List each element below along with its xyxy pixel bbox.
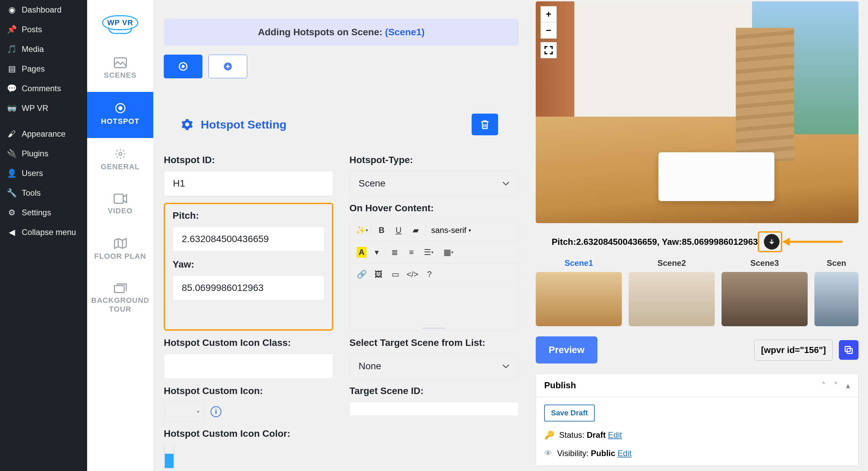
trash-icon [479,119,490,130]
copy-icon [844,345,853,355]
chevron-down-icon [502,181,510,186]
publish-metabox: Publish ˄ ˅ ▴ Save Draft 🔑 Status: Draft… [536,374,859,466]
tab-video[interactable]: VIDEO [87,183,153,228]
tab-scenes[interactable]: SCENES [87,47,153,92]
field-target-scene-list: Select Target Scene from List: None [350,337,519,379]
zoom-out-button[interactable]: − [540,22,557,39]
scene-thumb-3[interactable]: Scene3 [722,258,808,326]
menu-collapse[interactable]: ◀Collapse menu [0,222,87,242]
wp-admin-sidebar: ◉Dashboard 📌Posts 🎵Media ▤Pages 💬Comment… [0,0,87,471]
hotspot-type-select[interactable]: Scene [350,171,519,196]
save-draft-button[interactable]: Save Draft [544,405,595,421]
text-color-button[interactable]: A [353,245,370,260]
hotspot-current-button[interactable] [164,55,202,78]
code-button[interactable]: </> [404,267,421,282]
menu-pages[interactable]: ▤Pages [0,59,87,79]
preview-button[interactable]: Preview [536,336,597,364]
video-icon [114,194,127,204]
field-hotspot-type: Hotspot-Type: Scene [350,155,519,196]
table-button[interactable]: ▦▾ [440,245,457,260]
target-scene-select[interactable]: None [350,354,519,379]
edit-visibility-link[interactable]: Edit [617,449,631,458]
yaw-input[interactable] [173,275,324,300]
hotspot-add-button[interactable] [209,55,247,78]
ul-button[interactable]: ≣ [386,245,403,260]
pitch-input[interactable] [173,227,324,252]
ol-button[interactable]: ≡ [403,245,420,260]
align-button[interactable]: ☰▾ [420,245,437,260]
copy-shortcode-button[interactable] [839,340,859,360]
user-icon: 👤 [7,168,17,178]
scene-thumb-1[interactable]: Scene1 [536,258,622,326]
svg-point-3 [119,153,122,156]
menu-settings[interactable]: ⚙Settings [0,203,87,222]
key-icon: 🔑 [544,430,554,440]
vr-icon: 🥽 [7,103,17,113]
shortcode-text: [wpvr id="156"] [754,339,833,361]
font-select[interactable]: sans-serif▾ [427,225,475,235]
media-icon: 🎵 [7,44,17,54]
image-button[interactable]: 🖼 [370,267,387,282]
tab-floor-plan[interactable]: FLOOR PLAN [87,228,153,273]
tab-hotspot[interactable]: HOTSPOT [87,92,153,138]
menu-wpvr[interactable]: 🥽WP VR [0,98,87,118]
gear-icon [181,118,193,131]
bold-button[interactable]: B [373,223,390,238]
field-hotspot-id: Hotspot ID: [164,155,333,196]
zoom-in-button[interactable]: + [540,6,557,22]
menu-dashboard[interactable]: ◉Dashboard [0,0,87,20]
scene-thumb-2[interactable]: Scene2 [629,258,715,326]
svg-point-7 [182,65,184,67]
delete-hotspot-button[interactable] [472,114,498,135]
tab-background-tour[interactable]: BACKGROUND TOUR [87,273,153,326]
menu-users[interactable]: 👤Users [0,163,87,183]
magic-icon[interactable]: ✨▾ [353,223,370,238]
metabox-toggle-icon[interactable]: ▴ [846,381,850,390]
editor-body[interactable] [350,286,519,326]
target-scene-id-input[interactable] [350,402,519,415]
svg-rect-9 [847,348,852,353]
video-button[interactable]: ▭ [387,267,404,282]
menu-posts[interactable]: 📌Posts [0,20,87,39]
dot-circle-icon [178,61,188,72]
tab-general[interactable]: GENERAL [87,138,153,183]
text-color-drop[interactable]: ▾ [370,245,383,260]
svg-rect-4 [114,194,123,203]
metabox-up-icon[interactable]: ˄ [822,381,826,390]
comment-icon: 💬 [7,83,17,94]
fullscreen-icon [544,45,553,55]
hotspot-id-input[interactable] [164,171,333,196]
collapse-icon: ◀ [7,227,17,237]
target-icon [114,102,126,114]
plus-circle-icon [223,62,233,71]
eye-icon: 👁 [544,449,552,458]
link-button[interactable]: 🔗 [353,267,370,282]
help-button[interactable]: ? [421,267,438,282]
image-icon [114,57,127,68]
brush-icon: 🖌 [7,129,17,139]
info-icon[interactable]: i [211,406,221,417]
map-icon [114,238,127,249]
scene-thumb-4[interactable]: Scen [814,258,859,326]
field-custom-icon: Hotspot Custom Icon: ▾ i [164,386,333,421]
editor-resize-handle[interactable] [350,326,519,330]
edit-status-link[interactable]: Edit [608,430,622,439]
color-picker[interactable] [164,445,175,469]
metabox-down-icon[interactable]: ˅ [834,381,838,390]
menu-tools[interactable]: 🔧Tools [0,183,87,203]
underline-button[interactable]: U [390,223,407,238]
menu-appearance[interactable]: 🖌Appearance [0,124,87,144]
menu-media[interactable]: 🎵Media [0,39,87,59]
pitch-yaw-highlight: Pitch: Yaw: [164,203,333,331]
custom-icon-class-input[interactable] [164,354,333,379]
scene-link[interactable]: (Scene1) [385,27,425,37]
panorama-preview[interactable]: + − [536,1,859,223]
page-icon: ▤ [7,64,17,74]
fullscreen-button[interactable] [540,42,557,58]
eraser-button[interactable]: ▰ [407,223,424,238]
custom-icon-select[interactable]: ▾ [164,402,204,421]
apply-pitch-yaw-button[interactable] [764,234,780,250]
menu-comments[interactable]: 💬Comments [0,79,87,98]
scene-thumbnails: Scene1 Scene2 Scene3 Scen [536,256,859,336]
menu-plugins[interactable]: 🔌Plugins [0,144,87,163]
